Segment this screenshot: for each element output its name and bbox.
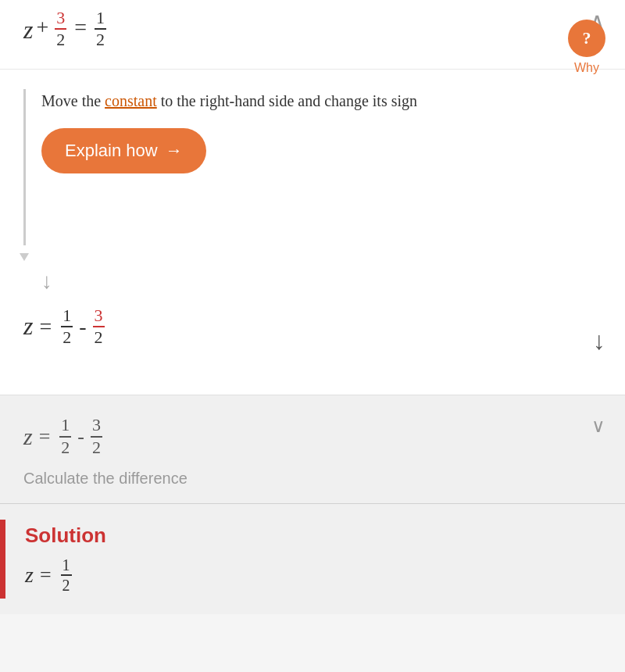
bottom-z-var: z	[23, 424, 33, 450]
bottom-fraction-2: 3 2	[91, 415, 102, 458]
fraction1-numerator: 3	[55, 8, 66, 30]
explanation-text-before: Move the	[41, 92, 105, 109]
step-down-arrow-icon: ↓	[41, 269, 52, 294]
result-fraction1-den: 2	[61, 327, 73, 348]
solution-red-bar	[0, 520, 5, 599]
solution-label: Solution	[25, 524, 106, 548]
top-fraction-1: 3 2	[55, 8, 66, 51]
eq-z-var: z	[23, 8, 33, 53]
top-fraction-2: 1 2	[95, 8, 106, 51]
result-fraction-2: 3 2	[93, 306, 105, 349]
solution-equation: z = 1 2	[25, 556, 106, 595]
solution-section: Solution z = 1 2	[0, 504, 625, 614]
result-fraction-1: 1 2	[61, 306, 73, 349]
bottom-minus-sign: -	[77, 425, 84, 449]
bottom-fraction-1: 1 2	[59, 415, 71, 458]
chevron-down-bottom-icon[interactable]: ∨	[591, 415, 605, 437]
fraction1-denominator: 2	[55, 30, 66, 50]
solution-frac-num: 1	[61, 556, 72, 576]
why-circle-button[interactable]: ?	[568, 20, 605, 57]
step-border-line	[23, 89, 26, 245]
top-equation: z + 3 2 = 1 2	[0, 0, 625, 70]
explanation-text-after: to the right-hand side and change its si…	[157, 92, 417, 109]
why-button-container: ? Why	[568, 20, 605, 75]
fraction2-numerator: 1	[95, 8, 106, 30]
section-divider	[0, 503, 625, 504]
solution-z-var: z	[25, 563, 34, 588]
fraction2-denominator: 2	[95, 30, 106, 50]
result-fraction2-num: 3	[93, 306, 105, 327]
explain-how-label: Explain how	[65, 141, 158, 161]
explanation-block: Move the constant to the right-hand side…	[41, 89, 602, 245]
bottom-equation: z = 1 2 - 3 2	[23, 415, 602, 458]
explanation-text: Move the constant to the right-hand side…	[41, 89, 602, 113]
why-label: Why	[574, 61, 599, 75]
bottom-equals-sign: =	[39, 425, 51, 449]
content-area: Move the constant to the right-hand side…	[0, 70, 625, 261]
eq-equals-sign: =	[74, 8, 87, 47]
bottom-frac1-num: 1	[59, 415, 71, 437]
chevron-down-main-icon[interactable]: ↓	[593, 327, 605, 356]
result-fraction2-den: 2	[93, 327, 105, 348]
bottom-frac2-den: 2	[91, 438, 102, 458]
solution-frac-den: 2	[61, 576, 72, 595]
bottom-frac2-num: 3	[91, 415, 102, 437]
solution-fraction: 1 2	[61, 556, 72, 595]
eq-plus-sign: +	[36, 8, 48, 47]
solution-equals-sign: =	[40, 563, 52, 587]
why-symbol: ?	[583, 28, 591, 48]
result-z-var: z	[23, 312, 33, 341]
calculate-text: Calculate the difference	[23, 470, 602, 488]
explain-how-button[interactable]: Explain how →	[41, 128, 206, 173]
constant-link[interactable]: constant	[105, 92, 157, 109]
down-arrow-area: ↓	[0, 261, 625, 302]
result-equation: z = 1 2 - 3 2 ↓	[0, 302, 625, 372]
top-section: ∧ z + 3 2 = 1 2 Move the constant to the…	[0, 0, 625, 395]
bottom-section: ∨ z = 1 2 - 3 2 Calculate the difference	[0, 395, 625, 504]
bottom-frac1-den: 2	[59, 438, 71, 458]
result-minus-sign: -	[79, 314, 86, 339]
result-fraction1-num: 1	[61, 306, 73, 327]
result-equals-sign: =	[39, 314, 52, 339]
explain-how-arrow: →	[166, 141, 183, 161]
solution-content: Solution z = 1 2	[5, 520, 126, 599]
